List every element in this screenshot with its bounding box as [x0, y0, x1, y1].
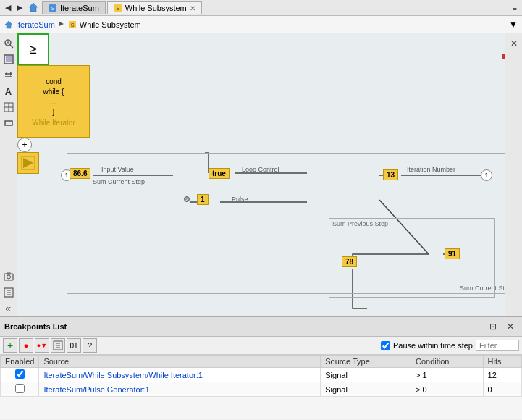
pause-checkbox-area: Pause within time step [381, 340, 519, 351]
breadcrumb-while-subsystem[interactable]: While Subsystem [80, 20, 141, 29]
svg-rect-14 [6, 56, 12, 62]
camera-button[interactable] [1, 269, 16, 284]
pause-checkbox[interactable] [381, 341, 390, 350]
row2-condition: > 0 [411, 382, 484, 397]
col-hits: Hits [483, 356, 521, 368]
breakpoints-resize-button[interactable]: ⊡ [486, 319, 500, 334]
main-area: A « Sum Current Step 1 86.6 Input Valu [0, 33, 522, 316]
breadcrumb-block-icon: S [68, 20, 77, 29]
row2-hits: 0 [483, 382, 521, 397]
svg-text:S: S [70, 22, 74, 28]
options-button[interactable]: 01 [67, 338, 81, 353]
zoom-in-button[interactable] [1, 36, 16, 51]
while-cond: cond [43, 77, 64, 87]
enable-breakpoint-menu-button[interactable]: ●▼ [35, 338, 49, 353]
pulse-label: Pulse [232, 196, 248, 203]
menu-button[interactable]: ≡ [510, 3, 519, 13]
while-close: } [43, 107, 64, 117]
svg-marker-6 [59, 22, 64, 26]
row1-condition: > 1 [411, 368, 484, 382]
while-block-content: cond while { ... } [43, 77, 64, 117]
table-row: IterateSum/While Subsystem/While Iterato… [1, 368, 522, 382]
breakpoints-panel: Breakpoints List ⊡ ✕ + ● ●▼ 01 ? Pause w… [0, 316, 522, 419]
input-value-label: Input Value [101, 166, 134, 173]
value-78-box: 78 [342, 256, 357, 267]
tab-while-subsystem-label: While Subsystem [125, 4, 187, 12]
table-row: IterateSum/Pulse Generator:1 Signal > 0 … [1, 382, 522, 397]
right-toolbar: ✕ [505, 33, 522, 316]
col-enabled: Enabled [1, 356, 39, 368]
col-condition: Condition [411, 356, 484, 368]
svg-text:S: S [51, 6, 55, 11]
row2-enabled[interactable] [1, 382, 39, 397]
port-2: 2 [184, 196, 190, 202]
row2-source-type: Signal [321, 382, 411, 397]
svg-point-24 [7, 275, 10, 279]
breadcrumb-home-icon [4, 20, 13, 29]
toolbar: ◀ ▶ S IterateSum S While Subsystem ✕ ≡ [0, 0, 522, 16]
left-toolbar: A « [0, 33, 17, 316]
pan-button[interactable] [1, 68, 16, 83]
nav-button[interactable] [1, 285, 16, 300]
sum-symbol: + [22, 140, 27, 150]
compare-block[interactable]: ≥ 4 [17, 33, 49, 65]
fit-button[interactable] [1, 52, 16, 67]
breadcrumb-dropdown-button[interactable]: ▼ [509, 20, 518, 30]
tab-while-subsystem[interactable]: S While Subsystem ✕ [107, 1, 202, 14]
tab-close-icon[interactable]: ✕ [190, 4, 195, 12]
row1-enabled[interactable] [1, 368, 39, 382]
breakpoints-title: Breakpoints List [4, 322, 67, 331]
tab-iteratesum-label: IterateSum [60, 4, 99, 12]
value-1-box: 1 [197, 194, 209, 205]
add-breakpoint-button[interactable]: + [3, 338, 17, 353]
delay-icon [20, 155, 36, 171]
value-91-box: 91 [445, 248, 460, 259]
while-iterator-block[interactable]: 1 cond while { ... } While Iterator IC [17, 65, 90, 138]
svg-marker-0 [29, 3, 38, 12]
canvas[interactable]: Sum Current Step 1 86.6 Input Value ≥ 4 … [17, 33, 505, 316]
filter-input[interactable] [476, 340, 519, 351]
breadcrumb: IterateSum S While Subsystem ▼ [0, 16, 522, 33]
iteration-number-label: Iteration Number [407, 166, 455, 173]
breakpoints-data-table: Enabled Source Source Type Condition Hit… [0, 355, 522, 397]
value-true-box: true [209, 168, 230, 179]
text-button[interactable]: A [1, 84, 16, 98]
while-block-name: While Iterator [32, 119, 75, 127]
delay-block[interactable] [17, 152, 39, 174]
enable-breakpoint-button[interactable]: ● [19, 338, 33, 353]
right-close-button[interactable]: ✕ [507, 36, 521, 51]
port-1-right: 1 [481, 169, 492, 181]
svg-marker-5 [5, 21, 12, 28]
rect-button[interactable] [1, 116, 16, 130]
while-body: while { [43, 87, 64, 97]
col-source: Source [39, 356, 321, 368]
tab-iteratesum[interactable]: S IterateSum [42, 1, 106, 14]
svg-text:S: S [116, 6, 119, 11]
loop-control-label: Loop Control [242, 166, 279, 173]
home-button[interactable] [26, 1, 41, 14]
pause-label: Pause within time step [393, 341, 473, 350]
sum-current-step-label: Sum Current Step [93, 178, 145, 185]
sum-previous-label: Sum Previous Step [332, 220, 388, 227]
breakpoints-close-button[interactable]: ✕ [503, 319, 518, 334]
forward-button[interactable]: ▶ [14, 2, 25, 13]
row1-hits: 12 [483, 368, 521, 382]
breakpoints-table: Enabled Source Source Type Condition Hit… [0, 355, 522, 419]
breadcrumb-sep [58, 20, 65, 29]
while-dots: ... [43, 97, 64, 107]
sum-block[interactable]: + 3 [17, 138, 32, 152]
svg-line-10 [10, 45, 13, 48]
value-86-box: 86.6 [70, 168, 90, 179]
row1-source-type: Signal [321, 368, 411, 382]
back-button[interactable]: ◀ [3, 2, 13, 13]
error-indicator [502, 54, 505, 59]
manage-breakpoints-button[interactable] [51, 338, 65, 353]
row2-source[interactable]: IterateSum/Pulse Generator:1 [39, 382, 321, 397]
svg-rect-22 [5, 121, 12, 125]
collapse-button[interactable]: « [1, 301, 16, 316]
breadcrumb-iteratesum[interactable]: IterateSum [16, 20, 55, 29]
row1-source[interactable]: IterateSum/While Subsystem/While Iterato… [39, 368, 321, 382]
block-button[interactable] [1, 100, 16, 114]
help-button[interactable]: ? [83, 338, 97, 353]
value-13-box: 13 [383, 169, 398, 180]
